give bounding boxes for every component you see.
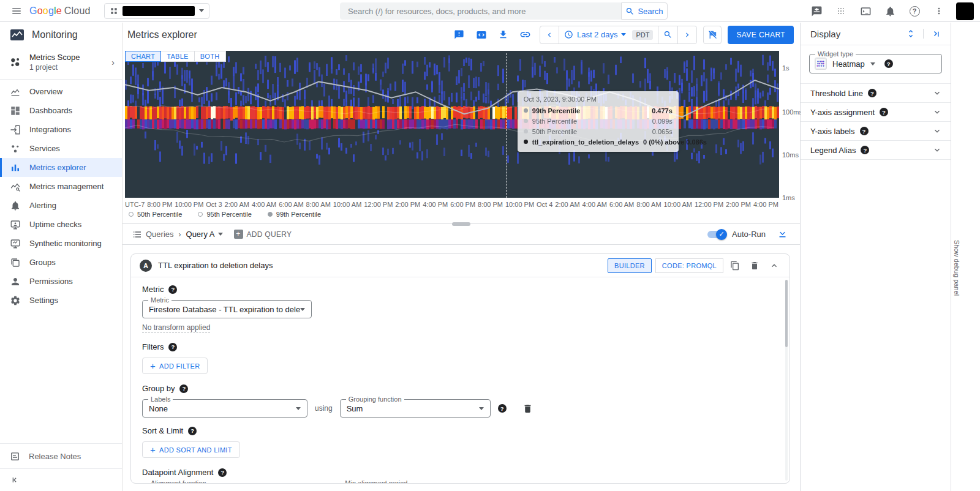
sidebar-item-services[interactable]: Services [0,139,122,158]
widget-type-select[interactable]: Widget type Heatmap ? [809,54,942,73]
min-alignment-period-input[interactable]: Min alignment period 1m ? [336,483,502,484]
sidebar-item-metrics-management[interactable]: Metrics management [0,177,122,196]
heatmap-chart: CHARTTABLEBOTH 1s100ms10ms1ms Oct 3, 202… [125,51,778,198]
add-sort-limit-button[interactable]: +ADD SORT AND LIMIT [142,441,240,458]
query-scrollbar-thumb[interactable] [785,280,788,347]
avatar[interactable] [956,2,974,20]
resize-drag-handle[interactable] [452,222,470,226]
group-by-section-title: Group by [142,384,175,393]
delete-query-icon[interactable] [747,258,763,274]
query-selector[interactable]: Query A [186,230,223,239]
display-section-legend-alias[interactable]: Legend Alias? [801,141,951,160]
display-section-y-axis-assignment[interactable]: Y-axis assignment? [801,103,951,122]
y-tick: 100ms [782,108,802,116]
cloud-shell-icon[interactable] [858,4,873,18]
x-tick: 10:00 AM [664,201,692,208]
help-icon[interactable]: ? [218,468,227,477]
help-icon[interactable]: ? [498,404,507,413]
logo-letter: o [43,6,48,16]
group-by-labels-select[interactable]: Labels None [142,399,307,418]
legend-item[interactable]: 50th Percentile [129,211,182,218]
metrics-scope-selector[interactable]: Metrics Scope 1 project › [0,47,122,79]
help-icon[interactable]: ? [861,146,869,154]
help-icon[interactable]: ? [168,285,177,294]
sidebar-item-metrics-explorer[interactable]: Metrics explorer [0,158,122,177]
help-icon[interactable]: ? [880,108,888,116]
time-zoom-button[interactable] [658,26,677,43]
time-range-selector[interactable]: Last 2 days PDT [559,26,658,43]
show-debug-panel-tab[interactable]: Show debug panel [953,240,960,296]
grouping-function-select[interactable]: Grouping function Sum [340,399,491,418]
legend-item[interactable]: 99th Percentile [268,211,321,218]
save-chart-button[interactable]: SAVE CHART [728,26,794,44]
collapse-all-queries-icon[interactable] [774,227,790,242]
time-forward-button[interactable] [677,26,696,43]
help-icon[interactable]: ? [179,384,188,393]
metric-select[interactable]: Metric Firestore Database - TTL expirati… [142,300,312,318]
help-icon[interactable]: ? [868,89,876,97]
more-vert-icon[interactable] [932,4,946,18]
sidebar-item-settings[interactable]: Settings [0,291,122,310]
menu-icon[interactable] [6,2,27,20]
help-icon[interactable]: ? [860,127,869,135]
chart-feedback-icon[interactable] [451,27,467,43]
chevron-down-icon [199,9,204,12]
expand-collapse-all-icon[interactable] [903,26,918,41]
grouping-value: Sum [347,404,363,413]
help-icon[interactable]: ? [884,59,893,68]
heatmap-canvas[interactable] [125,51,779,198]
sidebar-item-overview[interactable]: Overview [0,82,122,101]
apps-grid-icon[interactable] [834,4,848,18]
close-display-panel-icon[interactable] [929,26,943,41]
add-filter-button[interactable]: +ADD FILTER [142,358,208,374]
sidebar-item-permissions[interactable]: Permissions [0,272,122,291]
main-content: Metrics explorer Last 2 days [123,23,801,491]
sidebar-item-dashboards[interactable]: Dashboards [0,101,122,120]
sidebar-item-synthetic-monitoring[interactable]: Synthetic monitoring [0,234,122,253]
release-notes-link[interactable]: Release Notes [0,444,122,468]
chart-tab-chart[interactable]: CHART [125,51,161,62]
display-section-y-axis-labels[interactable]: Y-axis labels? [801,122,951,141]
toggle-legend-icon[interactable] [703,26,722,44]
x-tick: 6:00 PM [450,201,475,208]
legend-item[interactable]: 95th Percentile [198,211,251,218]
notifications-icon[interactable] [883,4,897,18]
duplicate-query-icon[interactable] [727,258,743,274]
sidebar-item-integrations[interactable]: Integrations [0,120,122,139]
no-transform-note[interactable]: No transform applied [142,323,210,332]
alignment-function-select[interactable]: Alignment function Delta [142,483,307,484]
remove-group-by-icon[interactable] [520,400,536,416]
collapse-query-icon[interactable] [766,258,782,274]
timezone-badge[interactable]: PDT [632,30,653,40]
sidebar-item-alerting[interactable]: Alerting [0,196,122,215]
tooltip-series-label: 99th Percentile [532,107,580,114]
help-icon[interactable]: ? [168,343,177,351]
code-promql-tab[interactable]: CODE: PROMQL [655,258,723,273]
sidebar-item-label: Groups [29,258,56,267]
help-icon[interactable]: ? [188,427,197,435]
x-tick: 8:00 AM [306,201,331,208]
sidebar-item-groups[interactable]: Groups [0,253,122,272]
release-notes-icon [10,451,20,462]
auto-run-toggle[interactable]: ✓ [707,231,726,238]
link-icon[interactable] [518,27,533,43]
add-query-button[interactable]: + ADD QUERY [234,230,292,239]
time-back-button[interactable] [540,26,559,43]
display-section-threshold-line[interactable]: Threshold Line? [801,84,951,103]
chart-tab-both[interactable]: BOTH [195,51,226,62]
builder-tab[interactable]: BUILDER [608,258,652,273]
feedback-icon[interactable] [809,4,824,18]
queries-menu[interactable]: Queries [132,230,174,239]
metric-value: Firestore Database - TTL expiration to d… [149,305,300,314]
help-icon[interactable]: ? [907,4,922,18]
monitoring-logo-icon [10,29,24,40]
chart-tab-table[interactable]: TABLE [161,51,195,62]
x-tick: 12:00 PM [695,201,723,208]
search-input[interactable]: Search (/) for resources, docs, products… [340,2,621,20]
download-icon[interactable] [496,27,511,43]
collapse-sidebar-button[interactable] [0,469,122,491]
embed-code-icon[interactable] [473,27,489,43]
project-selector[interactable] [104,3,209,19]
search-button[interactable]: Search [621,2,668,20]
sidebar-item-uptime-checks[interactable]: Uptime checks [0,215,122,234]
